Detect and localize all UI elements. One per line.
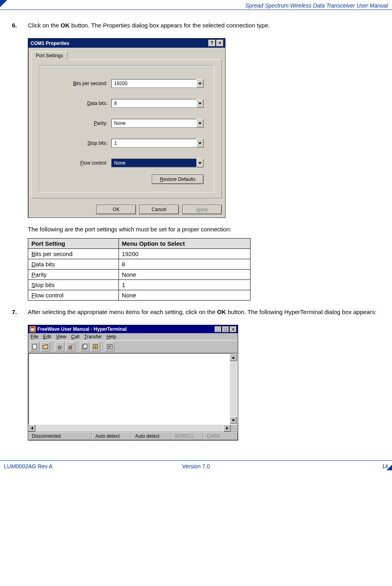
svg-rect-9 (58, 347, 61, 349)
step-7: 7. After selecting the appropriate menu … (12, 309, 388, 315)
svg-marker-4 (198, 142, 202, 144)
combo-flow-control[interactable]: None (111, 159, 204, 167)
table-cell-value: 1 (118, 280, 250, 290)
menu-file[interactable]: File (31, 334, 38, 340)
table-cell-u: B (31, 250, 35, 257)
combo-stopbits-value: 1 (111, 139, 196, 147)
step-6-number: 6. (12, 22, 28, 29)
ok-button[interactable]: OK (96, 205, 136, 214)
status-auto2: Auto detect (132, 432, 171, 440)
connect-icon[interactable] (55, 342, 64, 351)
horizontal-scrollbar[interactable] (28, 425, 238, 432)
tab-port-settings[interactable]: Port Settings (31, 51, 68, 60)
dropdown-icon[interactable] (196, 119, 204, 128)
receive-icon[interactable] (91, 342, 100, 351)
dropdown-icon[interactable] (196, 139, 204, 147)
properties-icon[interactable] (105, 342, 114, 351)
scroll-right-icon[interactable] (223, 425, 231, 432)
combo-stop-bits[interactable]: 1 (111, 139, 204, 147)
port-settings-table: Port Setting Menu Option to Select Bits … (28, 238, 250, 301)
dropdown-icon[interactable] (196, 159, 204, 167)
menu-view[interactable]: View (56, 334, 66, 340)
scroll-track[interactable] (230, 361, 237, 417)
step-7-ok: OK (217, 309, 226, 315)
maximize-button[interactable]: □ (222, 326, 229, 332)
menu-transfer[interactable]: Transfer (84, 334, 102, 340)
step-6-after: button. The Properties dialog box appear… (70, 22, 270, 29)
status-connection: Disconnected (28, 432, 92, 440)
table-cell-u: P (31, 271, 35, 278)
step-7-number: 7. (12, 309, 28, 315)
scroll-up-icon[interactable] (230, 354, 237, 361)
close-button[interactable]: × (216, 40, 223, 47)
footer-center: Version 7.0 (132, 463, 260, 470)
table-row: Flow control None (28, 290, 250, 301)
scroll-track[interactable] (35, 425, 223, 432)
table-cell-rest: low control (35, 292, 64, 299)
menu-edit[interactable]: Edit (43, 334, 51, 340)
page-footer: LUM0002AG Rev A Version 7.0 14 (0, 460, 392, 470)
close-button[interactable]: × (230, 326, 237, 332)
scroll-down-icon[interactable] (230, 417, 237, 424)
table-cell-rest: ata bits (36, 261, 55, 268)
ht-client-area (28, 353, 238, 425)
row-data-bits: Data bits: 8 (50, 99, 204, 108)
status-scroll: SCROLL (171, 432, 203, 440)
minimize-button[interactable]: _ (215, 326, 221, 332)
table-row: Parity None (28, 270, 250, 280)
step-6-text: Click on the OK button. The Properties d… (28, 22, 388, 29)
menu-help[interactable]: Help (107, 334, 116, 340)
row-flow-control: Flow control: None (50, 159, 204, 167)
svg-marker-20 (232, 419, 235, 421)
table-row: Bits per second 19200 (28, 249, 250, 259)
combo-data-bits[interactable]: 8 (111, 99, 204, 108)
combo-parity-value: None (111, 119, 196, 128)
ht-terminal-area[interactable] (29, 354, 230, 424)
table-row: Stop bits 1 (28, 280, 250, 290)
scroll-left-icon[interactable] (28, 425, 35, 432)
vertical-scrollbar[interactable] (230, 354, 237, 424)
dropdown-icon[interactable] (196, 79, 204, 88)
scroll-corner (231, 425, 238, 432)
new-icon[interactable] (30, 342, 39, 351)
table-cell-rest: its per second (35, 250, 72, 257)
table-cell-rest: arity (35, 271, 47, 278)
table-cell-value: 8 (118, 259, 250, 270)
disconnect-icon[interactable] (66, 342, 75, 351)
menu-call[interactable]: Call (71, 334, 80, 340)
svg-rect-7 (31, 327, 34, 328)
table-cell-u: S (31, 281, 35, 288)
label-stop-bits: Stop bits: (50, 140, 111, 146)
table-intro: The following are the port settings whic… (28, 226, 388, 233)
help-button[interactable]: ? (208, 40, 215, 47)
ht-titlebar: FreeWave User Manual - HyperTerminal _ □… (28, 325, 238, 333)
step-7-text: After selecting the appropriate menu ite… (28, 309, 388, 315)
dialog-button-row: OK Cancel Apply (28, 202, 225, 217)
svg-marker-22 (226, 427, 228, 430)
table-cell-value: 19200 (118, 249, 250, 259)
combo-parity[interactable]: None (111, 119, 204, 128)
dropdown-icon[interactable] (196, 99, 204, 108)
table-cell-u: D (31, 261, 36, 268)
send-icon[interactable] (80, 342, 89, 351)
table-cell-rest: top bits (35, 281, 54, 288)
svg-marker-19 (232, 357, 235, 359)
svg-rect-6 (31, 328, 35, 331)
svg-marker-1 (198, 83, 202, 85)
hyperterminal-window: FreeWave User Manual - HyperTerminal _ □… (28, 325, 238, 440)
step-6-before: Click on the (28, 22, 61, 29)
step-7-before: After selecting the appropriate menu ite… (28, 309, 217, 315)
footer-left: LUM0002AG Rev A (4, 463, 132, 470)
cancel-button[interactable]: Cancel (139, 205, 179, 214)
svg-marker-21 (31, 427, 33, 430)
status-auto1: Auto detect (92, 432, 132, 440)
open-icon[interactable] (41, 342, 50, 351)
svg-rect-13 (83, 344, 87, 348)
apply-button[interactable]: Apply (182, 205, 222, 214)
ht-status-bar: Disconnected Auto detect Auto detect SCR… (28, 432, 238, 440)
row-parity: Parity: None (50, 119, 204, 128)
dialog-titlebar: COM1 Properties ? × (28, 39, 225, 48)
combo-bps-value: 19200 (111, 79, 196, 88)
restore-defaults-button[interactable]: Restore Defaults (152, 175, 204, 184)
combo-bits-per-second[interactable]: 19200 (111, 79, 204, 88)
